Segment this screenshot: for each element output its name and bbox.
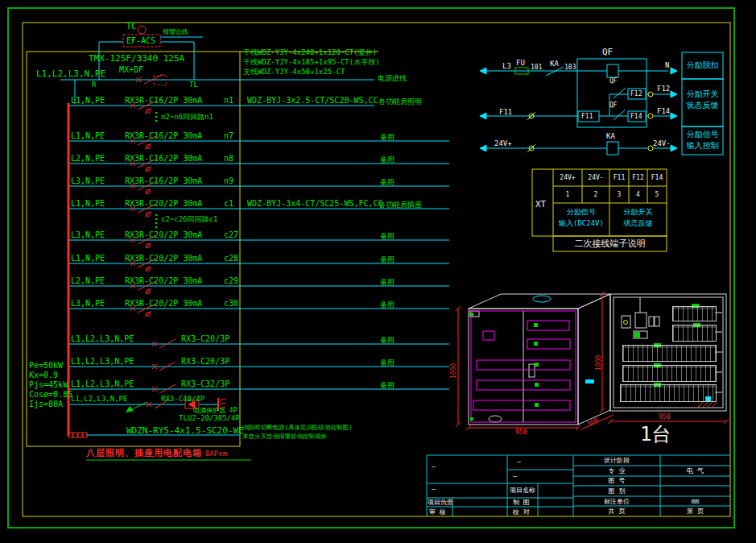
feeder-load: 备用: [380, 359, 395, 367]
f11-terminal: F11: [581, 114, 593, 120]
dc24-plus-label: 24V+: [494, 140, 512, 147]
feeder-breaker: RX3R-C20/2P 30mA: [125, 277, 202, 285]
panel-tag: 8APxm: [205, 450, 227, 458]
feeder-id: n9: [224, 177, 233, 185]
dim-width: 950: [659, 414, 670, 421]
feeder-breaker: RX3R-C20/2P 30mA: [125, 255, 202, 263]
tb-stage: 设计阶段: [573, 458, 660, 464]
feeder-id: c29: [224, 277, 238, 285]
feeder-id: n8: [224, 155, 233, 163]
feeder-phases: L3,N,PE: [71, 231, 105, 239]
spd-label: 电涌保护器 4P: [193, 408, 237, 414]
terminal-feedback-label: 分励开关: [609, 209, 667, 216]
breaker-row: [622, 365, 717, 382]
param-cos: Cosø=0.85: [29, 391, 72, 399]
feeder-phases: L1,L2,L3,N,PE: [71, 358, 134, 366]
terminal-num: 1: [553, 192, 582, 198]
tb-draw: 制 图: [513, 499, 530, 506]
feeder-id: n1: [224, 97, 233, 105]
terminal-col: F11: [609, 175, 629, 181]
tb-project-name: 项目名称: [510, 487, 535, 494]
tb-page-value: 第 页: [660, 508, 730, 515]
feeder-load: 备用: [380, 179, 395, 186]
feeder-phases: L1,N,PE: [71, 255, 105, 263]
param-kx: Kx=0.9: [29, 371, 58, 379]
neutral-label: N: [665, 62, 669, 69]
feeder-phases: L3,N,PE: [71, 177, 105, 185]
tb-fig-no: 图 号: [573, 478, 660, 484]
feeder-load: 备用: [380, 233, 395, 240]
terminal-col: F14: [647, 175, 667, 181]
dim-height: 1000: [451, 363, 457, 379]
cabinet-3d-view: [456, 292, 613, 430]
feeder-breaker: RX3R-C16/2P 30mA: [125, 155, 202, 163]
breaker-row: [672, 306, 717, 321]
function-box-input: 输入控制: [684, 142, 721, 150]
feeder-load: 备用: [380, 256, 395, 263]
feeder-phases: L1,L2,L3,N,PE: [71, 396, 127, 403]
tb-placeholder: —: [517, 459, 521, 466]
terminal-feedback-label: 状态反馈: [609, 220, 667, 227]
dc24-minus-label: 24V-: [653, 140, 671, 147]
feeder-id: c27: [224, 231, 238, 239]
feeder-phases: L1,N,PE: [71, 200, 105, 208]
spd-model: TLU2-20/385/4P: [179, 415, 240, 422]
feeder-id: c1: [224, 200, 233, 208]
tb-placeholder: —: [432, 487, 436, 493]
feeder-phases: L1,L2,L3,N,PE: [71, 335, 134, 343]
ka-coil-label: KA: [606, 133, 615, 140]
tb-project-lead: 项目负责: [428, 499, 453, 506]
terminal-num: 2: [582, 192, 609, 198]
main-breaker-label: TMX-125F/3340 125A: [89, 54, 184, 63]
f11-wire-label: F11: [499, 109, 512, 116]
xt-label: XT: [535, 200, 546, 209]
group-note: n2~n6同回路n1: [161, 114, 213, 121]
breaker-row: [620, 384, 717, 402]
breaker-row: [622, 345, 717, 362]
wire-103: 103: [564, 64, 576, 71]
function-box-feedback: 状态反馈: [684, 102, 721, 110]
terminal-col: 24V+: [553, 175, 582, 181]
r-terminal: R: [92, 81, 96, 89]
terminal-col: F12: [629, 175, 647, 181]
function-box-feedback: 分励开关: [684, 90, 721, 98]
feeder-id: c30: [224, 300, 238, 308]
incoming-bus-label: L1,L2,L3,N,PE: [36, 69, 105, 78]
tb-check: 审 核: [429, 509, 446, 516]
breaker-row: [672, 325, 717, 342]
f12-terminal: F12: [630, 91, 642, 97]
trunk-cable-spec: 干线WDZ-YJY-4x185+1x95-CT(水平段): [243, 59, 380, 66]
feeder-breaker: RX3R-C16/2P 30mA: [125, 97, 202, 105]
feeder-breaker: RX3R-C20/2P 30mA: [125, 300, 202, 308]
dim-width: 950: [515, 429, 527, 436]
phase-l3-label: L3: [502, 63, 511, 70]
f14-terminal: F14: [630, 114, 642, 120]
param-pjs: Pjs=45kW: [29, 381, 68, 389]
feeder-breaker: RX3-C40/4P: [161, 396, 204, 403]
feeder-load: 备用: [380, 279, 395, 286]
ka-contact-label: KA: [550, 60, 559, 68]
terminal-input-label: 分励信号: [553, 209, 609, 216]
trip-unit-label: MX+DF: [119, 66, 143, 74]
cad-electrical-drawing: TC EF-ACS 报警总线 TMX-125F/3340 125A MX+DF …: [0, 0, 756, 543]
feeder-breaker: RX3R-C20/2P 30mA: [125, 200, 202, 208]
feeder-id: c28: [224, 255, 238, 263]
ef-acs-label: EF-ACS: [126, 37, 155, 45]
feeder-load: 备用: [380, 337, 395, 344]
feeder-phases: L1,N,PE: [71, 132, 105, 140]
feeder-id: n7: [224, 132, 233, 140]
feeder-breaker: RX3-C32/3P: [181, 380, 229, 388]
cabinet-quantity: 1台: [640, 425, 671, 444]
function-box-trip: 分励脱扣: [684, 61, 721, 69]
tb-placeholder: —: [513, 474, 517, 480]
terminal-input-label: 输入(DC24V): [553, 220, 609, 227]
qf-aux-label: QF: [609, 102, 618, 109]
tb-major: 专 业: [573, 468, 660, 475]
f14-wire-label: F14: [657, 108, 670, 115]
feeder-breaker: RX3-C20/3P: [181, 335, 229, 343]
feeder-load: 备用: [380, 301, 395, 309]
tb-proof: 校 对: [513, 509, 530, 516]
feeder-phases: L2,N,PE: [71, 155, 105, 163]
feeder-phases: L3,N,PE: [71, 300, 105, 308]
feeder-breaker: RX3R-C16/2P 30mA: [125, 177, 202, 185]
